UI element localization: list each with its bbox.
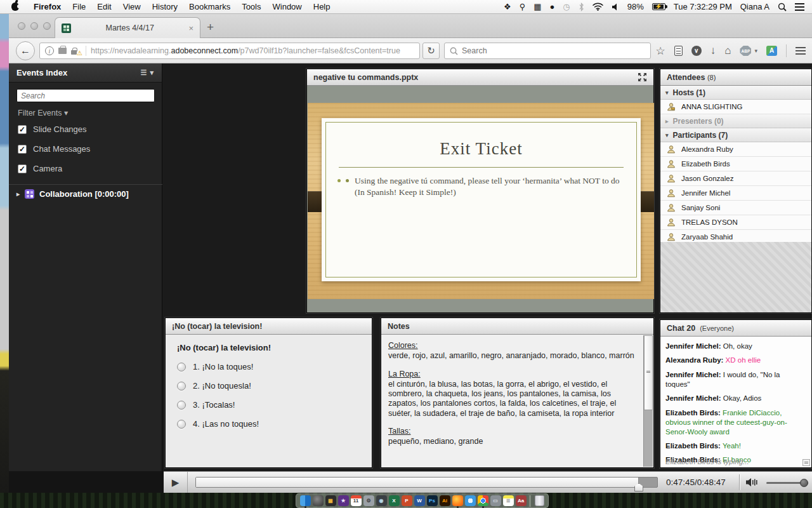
collaboration-item[interactable]: ▸ Collaboration [0:00:00]	[16, 189, 129, 199]
pin-icon[interactable]: ⚲	[520, 0, 526, 14]
checkbox-icon[interactable]: ✓	[18, 125, 27, 134]
speaker-icon[interactable]	[745, 478, 759, 487]
notes-scrollbar[interactable]	[643, 335, 653, 467]
attendee-row[interactable]: Elizabeth Birds	[660, 157, 811, 171]
radio-icon[interactable]	[177, 401, 186, 410]
share-pod-header[interactable]: negative tu commands.pptx	[307, 69, 653, 86]
menu-file[interactable]: File	[67, 2, 91, 11]
seek-bar[interactable]	[195, 477, 658, 488]
pocket-icon[interactable]: ∨	[691, 46, 702, 56]
reading-list-icon[interactable]	[674, 46, 683, 56]
chat-header[interactable]: Chat 20 (Everyone)	[660, 320, 811, 337]
dock-icon-imovie[interactable]: ★	[337, 495, 349, 508]
chat-resize-grip[interactable]	[802, 459, 810, 466]
dock-icon-illustrator[interactable]: Ai	[439, 495, 450, 508]
participants-section[interactable]: ▾Participants (7)	[660, 128, 811, 142]
checkbox-icon[interactable]: ✓	[18, 145, 27, 154]
dock-icon-photoshop[interactable]: Ps	[426, 495, 438, 508]
dock-icon-finder[interactable]	[299, 495, 311, 508]
poll-option-1[interactable]: 1. ¡No la toques!	[177, 362, 253, 371]
checkbox-icon[interactable]: ✓	[18, 164, 27, 173]
menubar-clock[interactable]: Tue 7:32:29 PM	[674, 2, 732, 11]
expand-icon[interactable]: ▸	[16, 190, 20, 197]
search-input[interactable]	[462, 46, 645, 55]
poll-header[interactable]: ¡No (tocar) la television!	[166, 318, 372, 335]
apple-menu-icon[interactable]	[11, 3, 19, 11]
volume-menubar-icon[interactable]	[612, 3, 619, 11]
dock-icon-system-preferences[interactable]: ⚙	[363, 495, 374, 508]
poll-option-3[interactable]: 3. ¡Tocalas!	[177, 400, 235, 410]
page-info-icon[interactable]: i	[45, 46, 54, 55]
play-button[interactable]: ▶	[164, 472, 188, 493]
mixed-content-lock-icon[interactable]: ⚠	[71, 46, 81, 56]
attendee-row[interactable]: Jason Gonzalez	[660, 171, 811, 186]
volume-thumb[interactable]	[800, 479, 808, 487]
volume-slider[interactable]	[766, 482, 808, 484]
fullscreen-icon[interactable]	[638, 72, 647, 82]
dock-icon-chrome[interactable]	[477, 495, 488, 508]
sidebar-collapse-icon[interactable]: ◂	[3, 272, 7, 280]
menu-tools[interactable]: Tools	[236, 2, 266, 11]
attendees-header[interactable]: Attendees (8)	[660, 69, 811, 86]
extension-icon[interactable]	[58, 48, 67, 54]
filter-events-dropdown[interactable]: Filter Events ▾	[18, 108, 68, 117]
dock-icon-firefox[interactable]	[452, 495, 463, 508]
menu-app-name[interactable]: Firefox	[28, 2, 67, 11]
dock-icon-dictionary[interactable]: Aa	[515, 495, 527, 508]
dock-icon-notes[interactable]: ≣	[502, 495, 514, 508]
recording-status-icon[interactable]: ●	[549, 0, 554, 14]
dock-icon-excel[interactable]: X	[388, 495, 400, 508]
downloads-icon[interactable]: ↓	[710, 44, 716, 57]
checkbox-chat-messages[interactable]: ✓ Chat Messages	[18, 144, 90, 154]
bookmark-star-icon[interactable]: ☆	[655, 44, 665, 58]
tab-martes[interactable]: Martes 4/4/17 ×	[55, 17, 200, 38]
notes-header[interactable]: Notes	[381, 318, 653, 335]
menu-history[interactable]: History	[147, 2, 183, 11]
wifi-icon[interactable]	[593, 3, 603, 11]
dock-icon-word[interactable]: W	[414, 495, 425, 508]
new-tab-button[interactable]: +	[207, 20, 214, 34]
checkbox-slide-changes[interactable]: ✓ Slide Changes	[18, 124, 87, 134]
dock-icon-photo-booth[interactable]: ◉	[376, 495, 387, 508]
attendee-row[interactable]: Jennifer Michel	[660, 186, 811, 201]
menu-view[interactable]: View	[117, 2, 147, 11]
menubar-user[interactable]: Qiana A	[740, 2, 769, 11]
notification-center-icon[interactable]	[795, 1, 804, 13]
radio-icon[interactable]	[177, 420, 186, 429]
poll-option-2[interactable]: 2. ¡No toquesla!	[177, 381, 251, 391]
adblock-plus-icon[interactable]: ABP	[740, 46, 751, 56]
attendee-row-host[interactable]: ANNA SLIGHTING	[660, 100, 811, 114]
search-bar[interactable]	[444, 43, 651, 59]
home-icon[interactable]: ⌂	[724, 44, 731, 57]
grid-status-icon[interactable]: ▦	[534, 0, 541, 14]
menu-bookmarks[interactable]: Bookmarks	[183, 2, 236, 11]
attendee-row[interactable]: Alexandra Ruby	[660, 142, 811, 157]
reload-button[interactable]: ↻	[422, 43, 440, 59]
menu-window[interactable]: Window	[267, 2, 308, 11]
back-button[interactable]: ←	[16, 41, 35, 60]
poll-option-4[interactable]: 4. ¡Las no toques!	[177, 419, 259, 429]
firefox-menu-icon[interactable]	[796, 45, 806, 57]
events-index-menu-icon[interactable]: ☰ ▾	[141, 69, 154, 77]
window-close-button[interactable]	[18, 22, 25, 30]
radio-icon[interactable]	[177, 363, 186, 371]
attendee-row[interactable]: TRELAS DYSON	[660, 215, 811, 230]
window-minimize-button[interactable]	[30, 22, 38, 30]
notes-scrollbar-thumb[interactable]	[644, 335, 653, 410]
dock-icon-launchpad[interactable]	[312, 495, 324, 508]
hosts-section[interactable]: ▾Hosts (1)	[660, 86, 811, 100]
bluetooth-icon[interactable]	[579, 3, 584, 11]
spotlight-icon[interactable]	[778, 3, 787, 11]
time-machine-icon[interactable]: ◷	[563, 0, 570, 14]
menu-edit[interactable]: Edit	[91, 2, 117, 11]
window-zoom-button[interactable]	[43, 22, 51, 30]
translate-extension-icon[interactable]: A	[766, 46, 777, 56]
attendee-row[interactable]: Sanjay Soni	[660, 201, 811, 215]
checkbox-camera[interactable]: ✓ Camera	[18, 164, 62, 173]
dock-icon-photos[interactable]: ▦	[325, 495, 336, 508]
radio-icon[interactable]	[177, 382, 186, 391]
events-search-input[interactable]	[16, 89, 155, 102]
tab-close-icon[interactable]: ×	[188, 23, 193, 33]
url-bar[interactable]: i ⚠ https://nevadalearning.adobeconnect.…	[39, 43, 420, 59]
adblock-caret-icon[interactable]: ▾	[754, 48, 757, 54]
